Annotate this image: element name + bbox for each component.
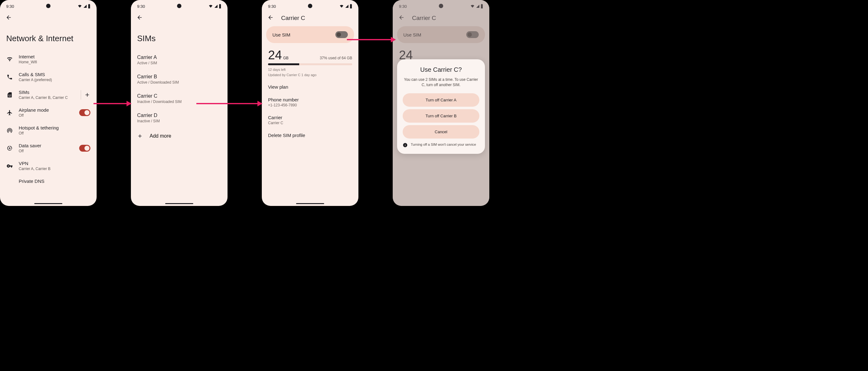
airplane-toggle[interactable] bbox=[79, 109, 90, 116]
add-sim-button[interactable] bbox=[84, 92, 90, 98]
sim-title: Carrier C bbox=[137, 93, 221, 99]
add-label: Add more bbox=[150, 133, 171, 139]
signal-icon bbox=[475, 4, 480, 8]
dialog-title: Use Carrier C? bbox=[403, 66, 479, 73]
turn-off-b-button[interactable]: Turn off Carrier B bbox=[403, 109, 479, 123]
row-sub: Carrier A, Carrier B, Carrier C bbox=[19, 95, 75, 100]
row-sub: Home_Wifi bbox=[19, 60, 90, 64]
sim-title: Carrier A bbox=[137, 55, 221, 60]
battery-icon bbox=[350, 4, 352, 8]
sim-title: Carrier D bbox=[137, 113, 221, 118]
turn-off-a-button[interactable]: Turn off Carrier A bbox=[403, 93, 479, 107]
row-sub: Carrier C bbox=[268, 121, 352, 125]
camera-cutout bbox=[308, 4, 312, 8]
wifi-icon bbox=[339, 4, 344, 8]
sim-icon bbox=[6, 92, 13, 98]
status-time: 9:30 bbox=[399, 4, 407, 9]
back-button[interactable] bbox=[136, 15, 143, 22]
row-sub: Carrier A, Carrier B bbox=[19, 167, 90, 171]
row-sub: Off bbox=[19, 149, 73, 153]
row-sub: Off bbox=[19, 131, 90, 136]
row-calls[interactable]: Calls & SMSCarrier A (preferred) bbox=[2, 68, 95, 86]
sim-row-c[interactable]: Carrier C Inactive / Downloaded SIM bbox=[131, 89, 227, 108]
row-carrier[interactable]: Carrier Carrier C bbox=[262, 111, 359, 129]
row-private-dns[interactable]: Private DNS bbox=[2, 175, 95, 184]
row-title: Private DNS bbox=[19, 178, 90, 184]
status-icons bbox=[470, 4, 483, 8]
row-vpn[interactable]: VPNCarrier A, Carrier B bbox=[2, 157, 95, 175]
sim-row-a[interactable]: Carrier A Active / SIM bbox=[131, 50, 227, 69]
sim-sub: Active / Downloaded SIM bbox=[137, 80, 221, 85]
back-button[interactable] bbox=[398, 15, 405, 22]
dialog-info-text: Turning off a SIM won't cancel your serv… bbox=[411, 142, 476, 147]
vpn-icon bbox=[6, 163, 13, 169]
row-title: Hotspot & tethering bbox=[19, 125, 90, 131]
hotspot-icon bbox=[6, 127, 13, 134]
row-view-plan[interactable]: View plan bbox=[262, 81, 359, 93]
camera-cutout bbox=[46, 4, 51, 8]
signal-icon bbox=[345, 4, 349, 8]
row-sub: Off bbox=[19, 113, 73, 118]
use-sim-card: Use SIM bbox=[397, 26, 485, 43]
wifi-icon bbox=[6, 56, 13, 62]
page-title: SIMs bbox=[131, 23, 227, 50]
nav-handle[interactable] bbox=[296, 203, 324, 204]
status-icons bbox=[77, 4, 90, 8]
flow-arrow-2 bbox=[196, 103, 262, 104]
nav-handle[interactable] bbox=[34, 203, 62, 204]
row-title: VPN bbox=[19, 161, 90, 166]
wifi-icon bbox=[470, 4, 475, 8]
back-button[interactable] bbox=[268, 15, 274, 22]
wifi-icon bbox=[208, 4, 213, 8]
cancel-button[interactable]: Cancel bbox=[403, 125, 479, 139]
row-title: Calls & SMS bbox=[19, 72, 90, 77]
sim-sub: Inactive / SIM bbox=[137, 119, 221, 123]
row-sims[interactable]: SIMsCarrier A, Carrier B, Carrier C bbox=[2, 86, 95, 104]
use-sim-toggle[interactable] bbox=[335, 31, 348, 38]
row-internet[interactable]: InternetHome_Wifi bbox=[2, 50, 95, 68]
nav-handle[interactable] bbox=[165, 203, 193, 204]
flow-arrow-1 bbox=[93, 103, 131, 104]
data-amount: 24 bbox=[268, 48, 282, 62]
phone-icon bbox=[6, 74, 13, 80]
datasaver-toggle[interactable] bbox=[79, 145, 90, 152]
use-sim-label: Use SIM bbox=[403, 32, 422, 37]
data-progress bbox=[268, 63, 352, 65]
use-carrier-dialog: Use Carrier C? You can use 2 SIMs at a t… bbox=[397, 59, 485, 154]
row-delete-sim[interactable]: Delete SIM profile bbox=[262, 129, 359, 142]
info-icon bbox=[403, 143, 408, 148]
status-time: 9:30 bbox=[6, 4, 14, 9]
status-icons bbox=[208, 4, 221, 8]
status-time: 9:30 bbox=[268, 4, 276, 9]
phone-carrier-detail: 9:30 Carrier C Use SIM 24GB 37% used of … bbox=[262, 0, 359, 206]
sim-sub: Active / SIM bbox=[137, 61, 221, 65]
wifi-icon bbox=[77, 4, 82, 8]
use-sim-card: Use SIM bbox=[266, 26, 354, 43]
camera-cutout bbox=[439, 4, 443, 8]
use-sim-label: Use SIM bbox=[272, 32, 290, 37]
sim-row-b[interactable]: Carrier B Active / Downloaded SIM bbox=[131, 69, 227, 89]
data-days: 12 days left bbox=[268, 67, 352, 73]
use-sim-toggle[interactable] bbox=[466, 31, 479, 38]
row-hotspot[interactable]: Hotspot & tetheringOff bbox=[2, 121, 95, 139]
row-airplane[interactable]: Airplane modeOff bbox=[2, 104, 95, 121]
row-title: Carrier bbox=[268, 115, 352, 120]
row-title: Airplane mode bbox=[19, 107, 73, 113]
add-more-button[interactable]: Add more bbox=[131, 127, 227, 144]
sim-title: Carrier B bbox=[137, 74, 221, 80]
data-updated: Updated by Carrier C 1 day ago bbox=[268, 73, 352, 78]
row-title: Delete SIM profile bbox=[268, 133, 352, 138]
row-datasaver[interactable]: Data saverOff bbox=[2, 139, 95, 157]
row-phone-number[interactable]: Phone number +1-123-456-7890 bbox=[262, 93, 359, 111]
data-used: 37% used of 64 GB bbox=[320, 56, 352, 60]
row-title: Internet bbox=[19, 54, 90, 59]
phone-network-internet: 9:30 Network & Internet InternetHome_Wif… bbox=[0, 0, 97, 206]
row-title: SIMs bbox=[19, 90, 75, 95]
back-button[interactable] bbox=[6, 15, 12, 22]
airplane-icon bbox=[6, 110, 13, 116]
flow-arrow-3 bbox=[347, 39, 395, 40]
dialog-info: Turning off a SIM won't cancel your serv… bbox=[403, 142, 479, 148]
row-title: View plan bbox=[268, 84, 352, 90]
signal-icon bbox=[83, 4, 87, 8]
sim-row-d[interactable]: Carrier D Inactive / SIM bbox=[131, 108, 227, 127]
